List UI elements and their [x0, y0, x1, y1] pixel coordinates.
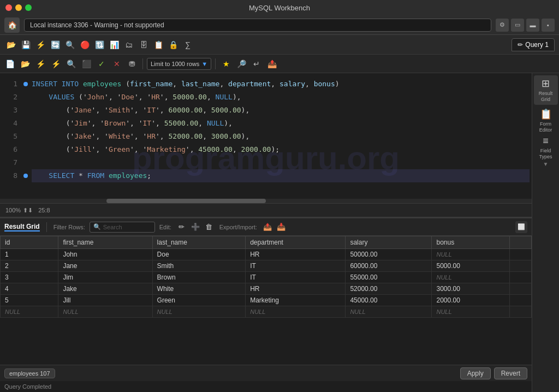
add-row-icon[interactable]: ➕ — [189, 221, 201, 233]
db-icon[interactable]: 🗄 — [137, 38, 150, 51]
query-icon[interactable]: 📋 — [152, 38, 165, 51]
search-icon[interactable]: 🔍 — [63, 38, 76, 51]
sep — [46, 222, 47, 232]
bolt-icon[interactable]: ⚡ — [34, 38, 47, 51]
cell-last_name: Smith — [152, 260, 246, 272]
maximize-button[interactable] — [25, 4, 32, 11]
delete-row-icon[interactable]: 🗑 — [203, 221, 215, 233]
limit-label: Limit to 1000 rows — [151, 61, 199, 67]
result-grid-icon: ⊞ — [542, 78, 550, 90]
grid-main: id first_name last_name department salar… — [0, 236, 532, 365]
edit-row-icon[interactable]: ✏ — [176, 221, 188, 233]
result-table: id first_name last_name department salar… — [0, 236, 532, 318]
h-scrollbar-thumb[interactable] — [106, 199, 266, 203]
layout-icon2[interactable]: ▬ — [526, 19, 539, 32]
commit-btn[interactable]: ✓ — [95, 57, 108, 70]
line-indicators — [22, 73, 29, 199]
export2-btn[interactable]: 📤 — [265, 57, 278, 70]
refresh-icon[interactable]: 🔄 — [49, 38, 62, 51]
cell-salary: 45000.00 — [346, 295, 432, 306]
stop-exec-btn[interactable]: ⬛ — [80, 57, 93, 70]
cell-first_name: John — [58, 249, 152, 260]
code-line-2: VALUES ('John', 'Doe', 'HR', 50000.00, N… — [32, 91, 530, 104]
minimize-button[interactable] — [15, 4, 22, 11]
field-types-icon: ≡ — [543, 135, 549, 147]
query-tab[interactable]: ✏ Query 1 — [512, 38, 555, 51]
right-panel: ⊞ Result Grid 📋 Form Editor ≡ Field Type… — [532, 73, 559, 392]
limit-arrow: ▼ — [201, 61, 207, 67]
cell-department: NULL — [246, 306, 346, 318]
result-grid-btn[interactable]: ⊞ Result Grid — [534, 75, 558, 105]
run-line-btn[interactable]: ⚡ — [49, 57, 62, 70]
export-icon[interactable]: 📤 — [261, 221, 273, 233]
editor-status-bar: 100% ⬆⬇ 25:8 — [0, 203, 532, 217]
table-row[interactable]: 3JimBrownIT55000.00NULL — [1, 272, 532, 283]
cell-extra — [509, 283, 531, 295]
revert-button[interactable]: Revert — [494, 367, 527, 379]
search2-btn[interactable]: 🔎 — [235, 57, 248, 70]
table-icon[interactable]: 🗂 — [122, 38, 135, 51]
func-icon[interactable]: ∑ — [181, 38, 194, 51]
zoom-value: 100% — [5, 207, 21, 213]
cell-department: HR — [246, 283, 346, 295]
col-extra — [509, 236, 531, 249]
result-grid-tab[interactable]: Result Grid — [4, 223, 40, 231]
table-row[interactable]: 2JaneSmithIT60000.005000.00 — [1, 260, 532, 272]
close-button[interactable] — [5, 4, 12, 11]
home-button[interactable]: 🏠 — [4, 17, 20, 33]
settings-icon[interactable]: ⚙ — [496, 19, 509, 32]
wrap-icon[interactable]: ⬜ — [515, 221, 527, 233]
cell-first_name: NULL — [58, 306, 152, 318]
table-row[interactable]: 1JohnDoeHR50000.00NULL — [1, 249, 532, 260]
layout-icon1[interactable]: ▭ — [511, 19, 524, 32]
open-btn[interactable]: 📂 — [19, 57, 32, 70]
open-file-icon[interactable]: 📂 — [4, 38, 17, 51]
filter-input[interactable]: 🔍 Search — [90, 222, 155, 233]
code-line-7 — [32, 156, 530, 169]
code-area[interactable]: INSERT INTO employees (first_name, last_… — [29, 73, 532, 199]
cell-bonus: NULL — [432, 306, 509, 318]
window-controls — [5, 4, 32, 11]
code-editor[interactable]: 12345678 — [0, 73, 532, 199]
bottom-bar: employees 107 Apply Revert — [0, 365, 532, 381]
table-row[interactable]: 5JillGreenMarketing45000.002000.00 — [1, 295, 532, 306]
data-grid[interactable]: id first_name last_name department salar… — [0, 236, 532, 365]
col-department: department — [246, 236, 346, 249]
col-first-name: first_name — [58, 236, 152, 249]
layout-icon3[interactable]: ▪ — [542, 19, 555, 32]
new-file-btn[interactable]: 📄 — [3, 57, 16, 70]
rollback-btn[interactable]: ✕ — [110, 57, 123, 70]
table-row[interactable]: 4JakeWhiteHR52000.003000.00 — [1, 283, 532, 295]
star-btn[interactable]: ★ — [219, 57, 233, 70]
form-editor-label: Form Editor — [535, 121, 557, 133]
save-file-icon[interactable]: 💾 — [19, 38, 32, 51]
import-icon[interactable]: 📥 — [275, 221, 287, 233]
run-btn[interactable]: ⚡ — [34, 57, 47, 70]
cell-extra — [509, 249, 531, 260]
cell-salary: 50000.00 — [346, 249, 432, 260]
cell-id: 3 — [1, 272, 58, 283]
toggle-btn[interactable]: ⛃ — [126, 57, 139, 70]
indent-btn[interactable]: ↵ — [250, 57, 263, 70]
form-editor-btn[interactable]: 📋 Form Editor — [534, 106, 558, 135]
form-editor-icon: 📋 — [540, 108, 552, 120]
cell-last_name: Green — [152, 295, 246, 306]
tab-label: Query 1 — [525, 41, 549, 49]
separator1 — [142, 58, 143, 69]
table-row[interactable]: NULLNULLNULLNULLNULLNULL — [1, 306, 532, 318]
code-line-5: ('Jake', 'White', 'HR', 52000.00, 3000.0… — [32, 130, 530, 143]
apply-button[interactable]: Apply — [460, 367, 491, 379]
status-text-label: Query Completed — [4, 383, 51, 390]
refresh2-icon[interactable]: 🔃 — [93, 38, 106, 51]
limit-select[interactable]: Limit to 1000 rows ▼ — [147, 58, 211, 70]
lock-icon[interactable]: 🔒 — [166, 38, 180, 51]
table-tab[interactable]: employees 107 — [4, 369, 55, 378]
stop-icon[interactable]: 🔴 — [78, 38, 91, 51]
explain-btn[interactable]: 🔍 — [64, 57, 78, 70]
field-types-btn[interactable]: ≡ Field Types ▼ — [534, 136, 558, 166]
h-scrollbar[interactable] — [0, 199, 532, 203]
editor-inner: 12345678 — [0, 73, 532, 199]
results-panel: Result Grid Filter Rows: 🔍 Search Edit: … — [0, 217, 532, 365]
schema-icon[interactable]: 📊 — [108, 38, 121, 51]
nav-icons: ⚙ ▭ ▬ ▪ — [496, 19, 555, 32]
